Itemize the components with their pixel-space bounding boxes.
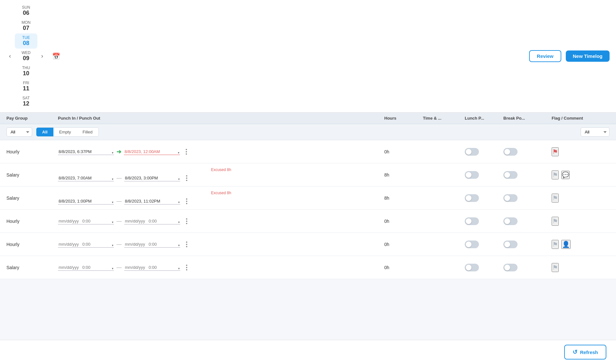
punch-in-input[interactable] <box>58 198 114 205</box>
day-button-mon[interactable]: MON07 <box>15 18 37 33</box>
punch-in-input[interactable] <box>58 175 114 181</box>
pay-group-cell: Salary <box>6 196 58 201</box>
break-toggle-wrap <box>503 241 552 248</box>
calendar-icon-button[interactable]: 📅 <box>50 51 63 61</box>
hours-cell: 8h <box>384 196 423 201</box>
lunch-toggle-wrap <box>465 171 503 179</box>
flag-button[interactable]: ⚑ <box>552 170 559 179</box>
punch-dash-separator: — <box>117 241 122 247</box>
punch-area: ▼—▼ <box>58 217 384 225</box>
break-toggle[interactable] <box>503 148 518 156</box>
day-selector: SUN06MON07TUE08WED09THU10FRI11SAT12 <box>15 3 37 109</box>
lunch-toggle[interactable] <box>465 171 479 179</box>
review-button[interactable]: Review <box>529 50 561 62</box>
punch-in-caret-icon: ▼ <box>111 178 114 181</box>
filter-bar: All All Empty Filled All <box>0 124 616 140</box>
hours-cell: 8h <box>384 172 423 177</box>
punch-in-input[interactable] <box>58 241 114 248</box>
chat-icon-button[interactable]: 💬 <box>561 171 570 179</box>
day-button-tue[interactable]: TUE08 <box>15 33 37 49</box>
lunch-toggle[interactable] <box>465 217 479 225</box>
prev-day-button[interactable]: ‹ <box>6 51 14 61</box>
break-toggle-wrap <box>503 171 552 179</box>
next-day-button[interactable]: › <box>39 51 46 61</box>
flag-button[interactable]: ⚑ <box>552 147 559 156</box>
break-toggle[interactable] <box>503 171 518 179</box>
flag-button[interactable]: ⚑ <box>552 240 559 249</box>
punch-inputs-row: ▼—▼ <box>58 197 384 205</box>
row-menu-button[interactable] <box>184 148 189 156</box>
filter-all-button[interactable]: All <box>36 128 53 136</box>
flag-button[interactable]: ⚑ <box>552 194 559 203</box>
flag-comment-cell: ⚑ <box>552 147 610 156</box>
punch-area: ▼—▼ <box>58 240 384 249</box>
day-button-sat[interactable]: SAT12 <box>15 94 37 109</box>
punch-out-input[interactable] <box>124 241 180 248</box>
lunch-toggle[interactable] <box>465 148 479 156</box>
break-toggle[interactable] <box>503 264 518 271</box>
table-row: SalaryExcused 8h▼—▼8h⚑ <box>0 187 616 210</box>
flag-comment-cell: ⚑ <box>552 217 610 226</box>
break-toggle[interactable] <box>503 194 518 202</box>
punch-out-wrap: ▼ <box>124 198 180 205</box>
break-toggle[interactable] <box>503 217 518 225</box>
day-button-thu[interactable]: THU10 <box>15 64 37 79</box>
row-menu-button[interactable] <box>184 174 189 182</box>
punch-in-input[interactable] <box>58 149 114 155</box>
new-timelog-button[interactable]: New Timelog <box>566 50 610 62</box>
flag-button[interactable]: ⚑ <box>552 263 559 272</box>
row-menu-button[interactable] <box>184 263 189 272</box>
punch-in-wrap: ▼ <box>58 218 114 224</box>
pay-group-cell: Hourly <box>6 242 58 247</box>
day-button-sun[interactable]: SUN06 <box>15 3 37 18</box>
hours-cell: 0h <box>384 265 423 270</box>
punch-inputs-row: ▼➔▼ <box>58 148 384 156</box>
flag-comment-cell: ⚑👤 <box>552 240 610 249</box>
punch-in-wrap: ▼ <box>58 149 114 155</box>
punch-inputs-row: ▼—▼ <box>58 263 384 272</box>
punch-in-input[interactable] <box>58 218 114 224</box>
flag-button[interactable]: ⚑ <box>552 217 559 226</box>
lunch-toggle-wrap <box>465 241 503 248</box>
table-row: Hourly▼—▼0h⚑ <box>0 210 616 233</box>
punch-area: ▼—▼ <box>58 263 384 272</box>
row-menu-button[interactable] <box>184 217 189 225</box>
day-button-fri[interactable]: FRI11 <box>15 79 37 94</box>
lunch-toggle[interactable] <box>465 264 479 271</box>
table-row: Hourly▼—▼0h⚑👤 <box>0 233 616 256</box>
hours-cell: 0h <box>384 242 423 247</box>
punch-out-wrap: ▼ <box>124 218 180 224</box>
punch-out-input[interactable] <box>124 198 180 205</box>
punch-out-input[interactable] <box>124 175 180 181</box>
punch-dash-separator: — <box>117 198 122 204</box>
punch-out-input[interactable] <box>124 218 180 224</box>
punch-out-input[interactable] <box>124 264 180 271</box>
punch-in-wrap: ▼ <box>58 175 114 181</box>
table-row: Hourly▼➔▼0h⚑ <box>0 140 616 163</box>
flag-filter[interactable]: All <box>581 127 610 137</box>
lunch-toggle[interactable] <box>465 241 479 248</box>
break-toggle-wrap <box>503 264 552 271</box>
punch-out-caret-icon: ▼ <box>178 178 180 181</box>
punch-in-caret-icon: ▼ <box>111 221 114 224</box>
filter-empty-button[interactable]: Empty <box>53 128 77 136</box>
punch-area: Excused 8h▼—▼ <box>58 168 384 182</box>
row-menu-button[interactable] <box>184 240 189 249</box>
punch-out-wrap: ▼ <box>124 264 180 271</box>
col-flag-comment: Flag / Comment <box>552 116 610 121</box>
lunch-toggle[interactable] <box>465 194 479 202</box>
lunch-toggle-wrap <box>465 194 503 202</box>
column-headers: Pay Group Punch In / Punch Out Hours Tim… <box>0 113 616 124</box>
break-toggle[interactable] <box>503 241 518 248</box>
filter-filled-button[interactable]: Filled <box>77 128 98 136</box>
person-icon-button[interactable]: 👤 <box>561 240 571 249</box>
punch-in-caret-icon: ▼ <box>111 244 114 247</box>
timelog-table: Hourly▼➔▼0h⚑SalaryExcused 8h▼—▼8h⚑💬Salar… <box>0 140 616 279</box>
row-menu-button[interactable] <box>184 197 189 205</box>
punch-in-input[interactable] <box>58 264 114 271</box>
punch-out-input[interactable] <box>124 149 180 155</box>
punch-area: Excused 8h▼—▼ <box>58 191 384 205</box>
day-button-wed[interactable]: WED09 <box>15 49 37 64</box>
pay-group-filter[interactable]: All <box>6 127 32 137</box>
punch-in-wrap: ▼ <box>58 241 114 248</box>
